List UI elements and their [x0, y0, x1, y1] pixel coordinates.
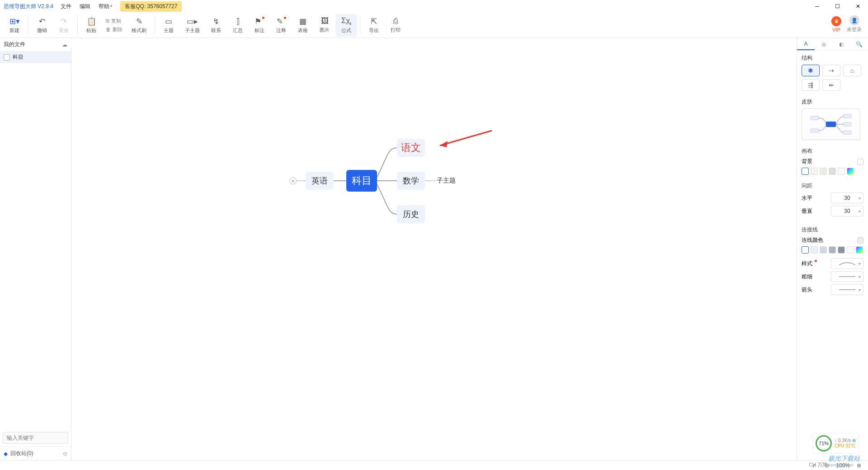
minimize-button[interactable]: ─ — [807, 0, 827, 13]
subtopic-text[interactable]: 子主题 — [437, 177, 456, 185]
note-button[interactable]: ✎注释 — [270, 14, 292, 37]
style-selector[interactable] — [831, 258, 863, 269]
bg-toggle[interactable] — [857, 159, 863, 165]
tab-search[interactable]: 🔍 — [850, 38, 868, 50]
file-icon — [4, 54, 10, 61]
node-math[interactable]: 数学 — [397, 172, 425, 190]
vertical-label: 垂直 — [802, 207, 812, 215]
system-monitor: 71% ↑ 0.3K/s ⊕ CPU 31°C — [812, 433, 859, 454]
format-button[interactable]: ✎格式刷 — [126, 14, 152, 37]
node-chinese[interactable]: 语文 — [397, 139, 425, 157]
new-button[interactable]: ⊞▾新建 — [4, 14, 25, 37]
svg-rect-2 — [811, 116, 819, 120]
expand-right-button[interactable]: |⟩ — [797, 38, 797, 49]
summary-button[interactable]: ⟧汇总 — [227, 14, 249, 37]
skin-label: 皮肤 — [802, 98, 863, 106]
watermark: 极光下载站 www.kg8.com — [828, 455, 860, 467]
topic-button[interactable]: ▭主题 — [158, 14, 179, 37]
maximize-button[interactable]: ☐ — [827, 0, 848, 13]
menu-help[interactable]: 帮助• — [99, 3, 112, 10]
marker-button[interactable]: ⚑标注 — [249, 14, 270, 37]
structure-label: 结构 — [802, 54, 863, 62]
svg-rect-1 — [826, 122, 836, 127]
close-button[interactable]: ✕ — [848, 0, 868, 13]
skin-preview[interactable] — [802, 108, 860, 140]
thickness-label: 粗细 — [802, 273, 812, 281]
vip-button[interactable]: ♛ VIP — [831, 16, 841, 33]
subtopic-button[interactable]: ▭▸子主题 — [179, 14, 205, 37]
vertical-value[interactable]: 30 — [831, 206, 863, 216]
mindmap-canvas[interactable]: + 英语 科目 语文 数学 历史 子主题 — [71, 38, 797, 460]
line-color-label: 连线颜色 — [802, 236, 823, 244]
copy-button[interactable]: ⧉复制 — [102, 17, 126, 25]
struct-fishbone-l[interactable]: ⇷ — [822, 79, 840, 91]
spacing-label: 问距 — [802, 182, 863, 190]
node-center[interactable]: 科目 — [346, 170, 377, 192]
ime-indicator: CH 万简 — [809, 461, 827, 468]
progress-ring: 71% — [816, 435, 832, 451]
menu-edit[interactable]: 编辑 — [80, 3, 90, 10]
print-button[interactable]: ⎙打印 — [385, 14, 406, 37]
line-color-swatches[interactable] — [802, 246, 863, 254]
table-button[interactable]: ▦表格 — [292, 14, 314, 37]
node-history[interactable]: 历史 — [397, 205, 425, 223]
qq-badge[interactable]: 客服QQ: 3576057727 — [120, 1, 182, 12]
horizontal-value[interactable]: 30 — [831, 193, 863, 203]
cloud-icon[interactable]: ☁ — [62, 42, 67, 48]
image-button[interactable]: 🖼图片 — [314, 14, 335, 37]
file-item[interactable]: 科目 — [0, 51, 71, 63]
struct-fishbone-r[interactable]: ⇶ — [802, 79, 820, 91]
recycle-bin[interactable]: ◆ 回收站(0) ⊖ — [0, 446, 71, 460]
app-title: 思维导图大师 V2.9.4 — [4, 3, 53, 10]
tab-text[interactable]: A — [797, 38, 815, 50]
relation-button[interactable]: ↯联系 — [205, 14, 227, 37]
login-button[interactable]: 👤 未登录 — [847, 15, 862, 33]
struct-tree[interactable]: ⌂ — [843, 65, 861, 76]
horizontal-label: 水平 — [802, 194, 812, 202]
undo-button[interactable]: ↶撤销 — [31, 14, 53, 37]
arrow-label: 箭头 — [802, 286, 812, 294]
node-english[interactable]: 英语 — [306, 172, 334, 190]
tab-moon[interactable]: ◐ — [833, 38, 850, 50]
tab-target[interactable]: ◎ — [815, 38, 832, 50]
style-label: 样式 — [802, 260, 817, 268]
connector-label: 连接线 — [802, 226, 863, 234]
line-color-toggle[interactable] — [857, 237, 863, 244]
svg-marker-0 — [440, 141, 448, 147]
svg-rect-5 — [843, 122, 851, 126]
my-files-label: 我的文件 — [4, 41, 25, 48]
bg-color-swatches[interactable] — [802, 168, 863, 175]
search-input[interactable] — [3, 432, 68, 444]
export-button[interactable]: ⇱导出 — [363, 14, 385, 37]
svg-rect-6 — [843, 131, 851, 134]
formula-button[interactable]: Σχℹ公式 — [335, 14, 357, 37]
background-label: 背景 — [802, 158, 812, 165]
canvas-label: 画布 — [802, 147, 863, 155]
svg-rect-4 — [843, 114, 851, 118]
avatar-icon: 👤 — [849, 15, 859, 25]
arrow-selector[interactable] — [831, 284, 863, 295]
thickness-selector[interactable] — [831, 271, 863, 282]
redo-button[interactable]: ↷重做 — [53, 14, 75, 37]
struct-right[interactable]: ⇢ — [822, 65, 840, 76]
struct-radial[interactable]: ✱ — [802, 65, 820, 76]
menu-file[interactable]: 文件 — [61, 3, 71, 10]
paste-button[interactable]: 📋粘贴 — [80, 14, 102, 37]
add-left-node-button[interactable]: + — [289, 177, 297, 184]
svg-rect-3 — [811, 129, 819, 132]
delete-button[interactable]: 🗑删除 — [102, 25, 126, 34]
